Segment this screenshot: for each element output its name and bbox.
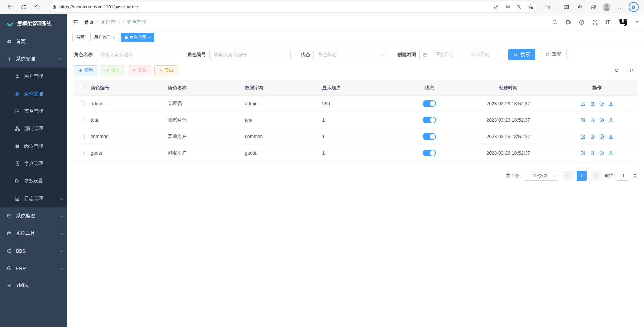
end-date-placeholder[interactable]: 结束日期 [465,52,495,58]
status-toggle[interactable] [423,100,436,107]
github-icon[interactable] [565,19,571,25]
sidebar-item-users[interactable]: 用户管理 [0,68,67,85]
sidebar-item-dictionary[interactable]: 字典管理 [0,155,67,172]
sidebar-item-tools[interactable]: 系统工具 [0,225,67,242]
chevron-down-icon [60,266,63,270]
row-permission-icon[interactable] [599,134,604,139]
app-title: 意框架管理系统 [17,20,52,27]
browser-home-icon[interactable] [32,2,43,12]
reset-button[interactable]: 重置 [540,49,567,60]
add-favorite-icon[interactable] [526,3,535,11]
read-aloud-icon[interactable] [503,3,512,11]
calendar-icon [423,52,428,57]
role-code-input[interactable] [209,49,291,60]
split-screen-icon[interactable] [561,2,572,12]
tool-icon [7,231,12,236]
role-name-input[interactable] [96,49,177,60]
sidebar-item-yi-framework[interactable]: Yi框架 [0,277,67,294]
row-checkbox[interactable] [80,151,85,155]
sidebar-item-parameters[interactable]: 参数设置 [0,172,67,190]
row-edit-icon[interactable] [580,101,586,106]
browser-refresh-icon[interactable] [18,2,30,12]
sidebar-item-monitor[interactable]: 系统监控 [0,207,67,225]
bing-chat-icon[interactable]: b [628,2,639,12]
password-key-icon[interactable] [492,3,500,11]
row-delete-icon[interactable] [590,134,595,139]
row-edit-icon[interactable] [580,117,586,123]
prev-page-button[interactable] [562,171,573,181]
sidebar-item-bbs[interactable]: BBS [0,242,67,260]
sidebar-item-erp[interactable]: ERP [0,260,67,277]
edit-button[interactable]: 修改 [101,65,124,75]
close-icon[interactable]: × [113,35,115,40]
close-icon[interactable]: × [148,35,151,40]
row-edit-icon[interactable] [580,150,586,156]
show-search-toggle-icon[interactable] [611,65,623,76]
search-form: 角色名称 角色编号 状态 角色状态 创建时间 [74,49,637,60]
sidebar-item-home[interactable]: 首页 [0,33,67,50]
row-permission-icon[interactable] [599,150,604,156]
sidebar-item-system[interactable]: 系统管理 [0,50,67,68]
row-assign-user-icon[interactable] [608,101,614,106]
sidebar-item-departments[interactable]: 部门管理 [0,120,67,138]
start-date-placeholder[interactable]: 开始日期 [430,52,460,58]
avatar-caret-icon[interactable] [636,21,639,23]
delete-button[interactable]: 删除 [128,65,151,75]
page-number-button[interactable]: 1 [577,171,587,181]
status-toggle[interactable] [423,150,436,156]
refresh-table-icon[interactable] [626,65,637,76]
sidebar-item-posts[interactable]: 岗位管理 [0,138,67,155]
extensions-icon[interactable] [542,2,554,12]
tab-user-management[interactable]: 用户管理 × [90,33,119,42]
address-bar[interactable]: https://ccnetcore.com:1101/system/role [48,2,538,12]
status-select[interactable]: 角色状态 [313,49,387,60]
row-checkbox[interactable] [80,118,85,122]
export-button[interactable]: 导出 [154,65,178,75]
status-toggle[interactable] [423,117,436,123]
row-checkbox[interactable] [80,134,85,139]
pagination: 共 4 条 10条/页 1 前往 页 [74,171,637,181]
search-icon[interactable] [552,19,558,25]
fullscreen-icon[interactable] [592,19,598,25]
app-logo[interactable]: 意框架管理系统 [0,14,67,33]
goto-page-input[interactable] [616,171,630,181]
zoom-out-icon[interactable] [514,3,523,11]
url-text[interactable]: https://ccnetcore.com:1101/system/role [59,4,489,9]
next-page-button[interactable] [591,171,601,181]
table-row: test 测试角色 test 1 2023-03-29 18:52:37 [74,112,637,128]
row-assign-user-icon[interactable] [608,134,614,139]
add-button[interactable]: 新增 [74,65,97,75]
select-all-checkbox[interactable] [80,86,85,90]
user-avatar-logo[interactable] [618,17,628,28]
status-toggle[interactable] [423,133,436,140]
browser-more-icon[interactable]: … [614,2,626,12]
sidebar-item-logs[interactable]: 日志管理 [0,190,67,207]
sidebar-item-menus[interactable]: 菜单管理 [0,103,67,120]
help-icon[interactable] [579,19,585,25]
row-assign-user-icon[interactable] [608,150,614,156]
row-permission-icon[interactable] [599,117,604,123]
row-permission-icon[interactable] [599,101,604,106]
collections-icon[interactable] [588,2,599,12]
search-button[interactable]: 搜索 [508,49,535,60]
date-range-picker[interactable]: 开始日期 - 结束日期 [419,49,498,60]
font-size-icon[interactable]: tT [605,19,610,25]
row-checkbox[interactable] [80,101,85,106]
breadcrumb-home[interactable]: 首页 [84,19,94,25]
sidebar-item-roles[interactable]: 角色管理 [0,85,67,103]
row-delete-icon[interactable] [590,117,595,123]
row-delete-icon[interactable] [590,101,595,106]
sidebar-item-label: 系统工具 [16,230,56,236]
cell-role-name: 管理员 [168,101,245,107]
favorites-icon[interactable] [574,2,586,12]
tab-home[interactable]: 首页 [72,33,88,42]
browser-back-icon[interactable] [5,2,16,12]
row-edit-icon[interactable] [580,134,586,139]
tab-role-management[interactable]: 角色管理 × [121,33,155,42]
sidebar-fold-icon[interactable] [72,19,79,25]
cell-role-code: guest [91,150,168,156]
row-delete-icon[interactable] [590,150,595,156]
page-size-select[interactable]: 10条/页 [524,171,558,181]
row-assign-user-icon[interactable] [608,117,614,123]
profile-avatar-icon[interactable] [601,2,612,12]
